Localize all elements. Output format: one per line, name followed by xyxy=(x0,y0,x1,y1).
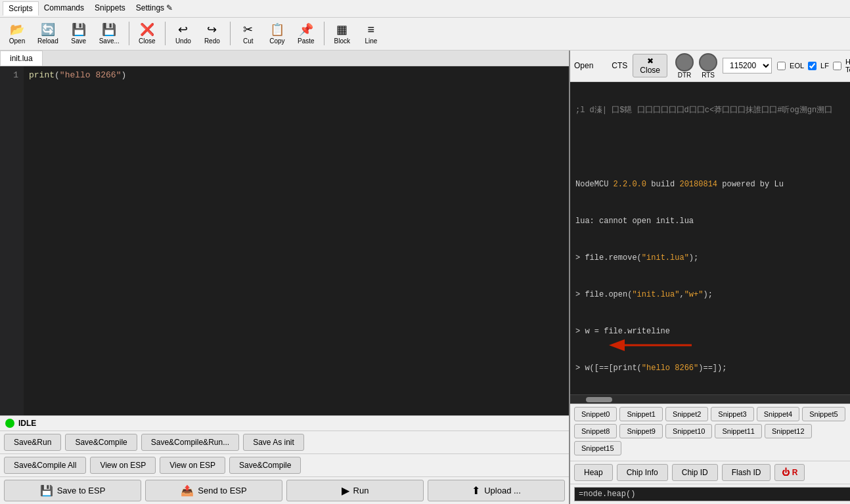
open-cts-group: Open CTS xyxy=(574,61,627,70)
close-serial-button[interactable]: ✖ Close xyxy=(633,54,667,77)
menu-scripts[interactable]: Scripts xyxy=(3,1,39,16)
undo-label: Undo xyxy=(175,37,191,45)
line-button[interactable]: ≡ Line xyxy=(358,20,384,47)
view-on-esp-1-button[interactable]: View on ESP xyxy=(90,457,156,474)
open-icon: 📂 xyxy=(10,23,24,37)
chip-id-button[interactable]: Chip ID xyxy=(672,464,718,481)
serial-string-4: "hello 8266" xyxy=(642,364,698,373)
saveas-icon: 💾 xyxy=(102,23,116,37)
cmd-row xyxy=(570,484,850,504)
view-on-esp-2-button[interactable]: View on ESP xyxy=(160,457,225,474)
heap-button[interactable]: Heap xyxy=(574,464,613,481)
save-to-esp-button[interactable]: 💾 Save to ESP xyxy=(4,480,141,501)
snippet4-button[interactable]: Snippet4 xyxy=(757,407,799,421)
save-as-init-button[interactable]: Save As init xyxy=(243,434,304,451)
checkboxes-group: EOL LF Hide Term xyxy=(777,58,850,74)
block-icon: ▦ xyxy=(336,23,347,37)
snippet1-button[interactable]: Snippet1 xyxy=(619,407,662,421)
paste-button[interactable]: 📌 Paste xyxy=(293,20,319,47)
chip-info-button[interactable]: Chip Info xyxy=(617,464,668,481)
undo-button[interactable]: ↩ Undo xyxy=(170,20,196,47)
copy-button[interactable]: 📋 Copy xyxy=(264,20,290,47)
code-keyword-print: print xyxy=(29,70,55,80)
rts-label: RTS xyxy=(702,72,715,79)
save-label: Save xyxy=(71,37,86,45)
menu-commands[interactable]: Commands xyxy=(39,1,89,16)
rts-led[interactable] xyxy=(699,53,717,72)
save-button[interactable]: 💾 Save xyxy=(66,20,92,47)
save-compile-2-button[interactable]: Save&Compile xyxy=(229,457,301,474)
block-label: Block xyxy=(334,37,350,45)
code-paren-open: ( xyxy=(55,70,60,80)
cut-button[interactable]: ✂ Cut xyxy=(235,20,261,47)
serial-line-blank xyxy=(575,143,850,152)
serial-string-2: "init.lua" xyxy=(632,290,679,299)
snippet10-button[interactable]: Snippet10 xyxy=(665,424,713,438)
serial-hscroll[interactable] xyxy=(570,394,850,404)
snippet11-button[interactable]: Snippet11 xyxy=(715,424,762,438)
main-area: init.lua 1 print("hello 8266") IDLE Save… xyxy=(0,51,850,504)
line-icon: ≡ xyxy=(368,23,375,37)
eol-checkbox[interactable] xyxy=(777,62,786,70)
menu-snippets[interactable]: Snippets xyxy=(89,1,131,16)
redo-button[interactable]: ↪ Redo xyxy=(199,20,225,47)
run-button[interactable]: ▶ Run xyxy=(286,480,424,501)
save-compile-button[interactable]: Save&Compile xyxy=(65,434,137,451)
snippet15-button[interactable]: Snippet15 xyxy=(574,441,621,455)
close-button[interactable]: ❌ Close xyxy=(134,20,160,47)
lf-label: LF xyxy=(820,62,829,70)
block-button[interactable]: ▦ Block xyxy=(329,20,355,47)
reload-button[interactable]: 🔄 Reload xyxy=(33,20,63,47)
menu-settings[interactable]: Settings ✎ xyxy=(131,1,179,16)
cmd-input[interactable] xyxy=(574,487,850,501)
redo-label: Redo xyxy=(204,37,220,45)
snippet8-button[interactable]: Snippet8 xyxy=(574,424,617,438)
save-compile-all-button[interactable]: Save&Compile All xyxy=(4,457,86,474)
hide-term-checkbox[interactable] xyxy=(833,62,841,70)
snippet0-button[interactable]: Snippet0 xyxy=(574,407,617,421)
snippet3-button[interactable]: Snippet3 xyxy=(711,407,753,421)
upload-button[interactable]: ⬆ Upload ... xyxy=(428,480,565,501)
open-label: Open xyxy=(574,61,593,70)
send-to-esp-button[interactable]: 📤 Send to ESP xyxy=(145,480,282,501)
tab-bar: init.lua xyxy=(0,51,569,66)
status-bar: IDLE xyxy=(0,415,569,430)
line-label: Line xyxy=(365,37,377,45)
action-row: 💾 Save to ESP 📤 Send to ESP ▶ Run ⬆ Uplo… xyxy=(0,476,569,504)
toolbar: 📂 Open 🔄 Reload 💾 Save 💾 Save... ❌ Close… xyxy=(0,18,850,51)
line-number-1: 1 xyxy=(5,70,18,80)
open-button[interactable]: 📂 Open xyxy=(4,20,30,47)
save-compile-run-button[interactable]: Save&Compile&Run... xyxy=(141,434,239,451)
open-label: Open xyxy=(9,37,25,45)
saveas-button[interactable]: 💾 Save... xyxy=(95,20,124,47)
save-to-esp-icon: 💾 xyxy=(40,484,53,497)
serial-output[interactable]: ;l d溱| 囗$郺 囗囗囗囗囗囗d囗囗c<莽囗囗囗抹誰囗囗#听og溯gn溯囗 … xyxy=(570,82,850,394)
serial-string-3: "w+" xyxy=(684,290,704,299)
editor-pane: init.lua 1 print("hello 8266") IDLE Save… xyxy=(0,51,570,504)
reset-button[interactable]: ⏻ R xyxy=(774,464,805,481)
serial-string-1: "init.lua" xyxy=(642,253,689,262)
copy-icon: 📋 xyxy=(270,23,284,37)
editor-body[interactable]: 1 print("hello 8266") xyxy=(0,66,569,415)
redo-icon: ↪ xyxy=(207,23,217,37)
snippet9-button[interactable]: Snippet9 xyxy=(619,424,662,438)
lf-checkbox[interactable] xyxy=(808,62,816,70)
toolbar-sep1 xyxy=(129,22,129,45)
baud-rate-select[interactable]: 9600 19200 38400 57600 115200 230400 xyxy=(723,58,772,74)
dtr-led[interactable] xyxy=(675,53,694,72)
serial-line-open: > file.open("init.lua","w+"); xyxy=(575,290,850,299)
snippet5-button[interactable]: Snippet5 xyxy=(802,407,845,421)
toolbar-sep2 xyxy=(165,22,166,45)
snippet-row-3: Snippet15 xyxy=(574,441,850,455)
hscroll-thumb[interactable] xyxy=(586,397,612,402)
right-top-controls: Open CTS ✖ Close DTR RTS 9600 19200 3840… xyxy=(570,51,850,82)
save-run-button[interactable]: Save&Run xyxy=(4,434,61,451)
code-editor[interactable]: print("hello 8266") xyxy=(24,66,569,415)
paste-icon: 📌 xyxy=(299,23,313,37)
tab-init-lua[interactable]: init.lua xyxy=(0,51,43,66)
copy-label: Copy xyxy=(269,37,284,45)
flash-id-button[interactable]: Flash ID xyxy=(722,464,771,481)
code-string: "hello 8266" xyxy=(60,70,122,80)
snippet2-button[interactable]: Snippet2 xyxy=(665,407,708,421)
snippet12-button[interactable]: Snippet12 xyxy=(765,424,812,438)
